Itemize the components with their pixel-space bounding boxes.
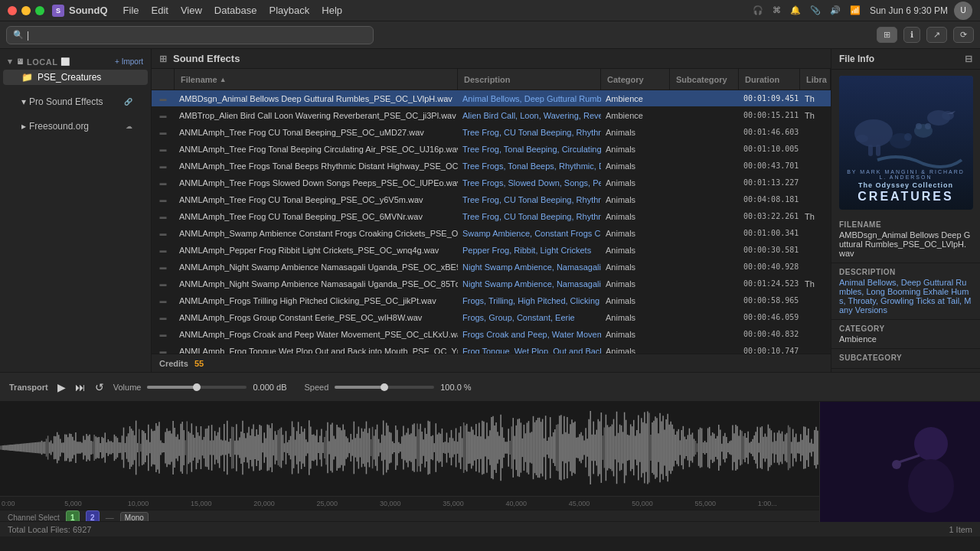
menu-view[interactable]: View: [181, 5, 202, 16]
search-input[interactable]: [27, 30, 367, 41]
album-subtitle-small: BY MARK MANGINI & RICHARD L. ANDERSON: [845, 169, 967, 180]
volume-label: Volume: [113, 383, 142, 392]
volume-thumb[interactable]: [193, 383, 201, 391]
import-button[interactable]: + Import: [115, 57, 143, 66]
table-row[interactable]: ▬ ANMLAmph_Frog Tongue Wet Plop Out and …: [152, 343, 831, 354]
table-row[interactable]: ▬ ANMLAmph_Tree Frog CU Tonal Beeping_PS…: [152, 191, 831, 208]
cell-category: Animals: [601, 343, 670, 354]
col-category-header[interactable]: Category: [601, 69, 670, 90]
sort-arrow: ▲: [220, 76, 227, 83]
cell-category: Animals: [601, 292, 670, 308]
row-icon: ▬: [152, 297, 175, 305]
table-row[interactable]: ▬ ANMLAmph_Frogs Croak and Peep Water Mo…: [152, 326, 831, 343]
next-button[interactable]: ⏭: [75, 381, 86, 393]
row-icon: ▬: [152, 179, 175, 187]
sync-button[interactable]: ⟳: [953, 27, 974, 43]
traffic-lights: [8, 6, 44, 15]
table-row[interactable]: ▬ ANMLAmph_Swamp Ambience Constant Frogs…: [152, 225, 831, 242]
file-info-title: File Info: [839, 54, 874, 64]
cell-filename: ANMLAmph_Frogs Trilling High Pitched Cli…: [175, 292, 458, 308]
table-row[interactable]: ▬ ANMLAmph_Tree Frogs Tonal Beeps Rhythm…: [152, 158, 831, 174]
cell-description: Night Swamp Ambience, Namasagali Uganda,…: [458, 259, 601, 275]
waveform-area: 0:005,00010,00015,00020,00025,00030,0003…: [0, 401, 980, 521]
maximize-button[interactable]: [35, 6, 44, 15]
waveform-canvas[interactable]: [0, 402, 819, 494]
cell-subcategory: [670, 141, 739, 157]
cell-filename: ANMLAmph_Pepper Frog Ribbit Light Cricke…: [175, 242, 458, 258]
channel-1-button[interactable]: 1: [66, 510, 80, 521]
cell-filename: AMBTrop_Alien Bird Call Loon Wavering Re…: [175, 107, 458, 123]
transport-label: Transport: [9, 383, 48, 392]
sidebar-item-freesound[interactable]: ▸ Freesound.org ☁: [3, 119, 148, 134]
menu-help[interactable]: Help: [322, 5, 342, 16]
loop-button[interactable]: ↺: [95, 381, 104, 393]
menu-file[interactable]: File: [123, 5, 139, 16]
minimize-button[interactable]: [21, 6, 31, 15]
menu-database[interactable]: Database: [214, 5, 257, 16]
local-header[interactable]: ▾ 🖥 Local ⬜ + Import: [0, 54, 151, 70]
speed-slider[interactable]: [335, 386, 434, 389]
cell-filename: ANMLAmph_Tree Frogs Tonal Beeps Rhythmic…: [175, 158, 458, 174]
time-marker: 40,000: [505, 500, 567, 507]
speed-thumb[interactable]: [381, 383, 388, 391]
channel-2-button[interactable]: 2: [86, 510, 100, 521]
channel-select-label: Channel Select: [8, 514, 60, 522]
table-row[interactable]: ▬ ANMLAmph_Tree Frog CU Tonal Beeping_PS…: [152, 208, 831, 225]
time-marker: 15,000: [189, 500, 252, 507]
import-button[interactable]: ↗: [926, 27, 947, 43]
cell-lib: [800, 191, 831, 207]
cell-category: Animals: [601, 225, 670, 241]
col-duration-header[interactable]: Duration: [739, 69, 800, 90]
table-row[interactable]: ▬ ANMLAmph_Pepper Frog Ribbit Light Cric…: [152, 242, 831, 259]
cell-description: Frogs, Trilling, High Pitched, Clicking: [458, 292, 601, 308]
cell-description: Tree Frogs, Slowed Down, Songs, Peeps: [458, 174, 601, 191]
cell-filename: AMBDsgn_Animal Bellows Deep Guttural Rum…: [175, 90, 458, 106]
svg-point-17: [892, 460, 901, 469]
table-row[interactable]: ▬ ANMLAmph_Night Swamp Ambience Namasaga…: [152, 259, 831, 276]
cell-lib: [800, 141, 831, 157]
volume-slider[interactable]: [147, 386, 247, 389]
table-row[interactable]: ▬ ANMLAmph_Frogs Trilling High Pitched C…: [152, 292, 831, 309]
toolbar-right: ⊞ ℹ ↗ ⟳: [877, 27, 974, 43]
sound-effects-label: Sound Effects: [173, 53, 240, 64]
user-avatar[interactable]: U: [954, 2, 972, 20]
grid-view-button[interactable]: ⊞: [877, 27, 897, 43]
cell-duration: 00:01:46.603: [739, 124, 800, 140]
col-subcategory-header[interactable]: Subcategory: [670, 69, 739, 90]
filename-label: Filename: [839, 220, 972, 229]
table-row[interactable]: ▬ ANMLAmph_Tree Frog CU Tonal Beeping_PS…: [152, 124, 831, 141]
table-row[interactable]: ▬ ANMLAmph_Night Swamp Ambience Namasaga…: [152, 276, 831, 292]
sidebar-item-pse-creatures[interactable]: 📁 PSE_Creatures: [3, 70, 148, 85]
menu-edit[interactable]: Edit: [152, 5, 168, 16]
row-icon: ▬: [152, 162, 175, 170]
play-button[interactable]: ▶: [57, 381, 66, 393]
table-row[interactable]: ▬ ANMLAmph_Tree Frog Tonal Beeping Circu…: [152, 141, 831, 158]
file-list-body[interactable]: ▬ AMBDsgn_Animal Bellows Deep Guttural R…: [152, 90, 831, 354]
table-row[interactable]: ▬ ANMLAmph_Tree Frogs Slowed Down Songs …: [152, 174, 831, 191]
close-button[interactable]: [8, 6, 17, 15]
row-icon: ▬: [152, 230, 175, 237]
col-description-header[interactable]: Description: [458, 69, 601, 90]
time-marker: 10,000: [126, 500, 189, 507]
row-icon: ▬: [152, 280, 175, 288]
sidebar-item-pro-sound[interactable]: ▾ Pro Sound Effects 🔗: [3, 94, 148, 109]
cell-description: Pepper Frog, Ribbit, Light Crickets: [458, 242, 601, 258]
info-view-button[interactable]: ℹ: [903, 27, 920, 43]
cell-description: Frog Tongue, Wet Plop, Out and Back into…: [458, 343, 601, 354]
table-row[interactable]: ▬ AMBTrop_Alien Bird Call Loon Wavering …: [152, 107, 831, 124]
waveform-main[interactable]: 0:005,00010,00015,00020,00025,00030,0003…: [0, 402, 819, 521]
volume-fill: [147, 386, 197, 389]
search-wrapper[interactable]: 🔍: [6, 26, 374, 44]
cell-subcategory: [670, 191, 739, 207]
cell-subcategory: [670, 259, 739, 275]
mono-button[interactable]: Mono: [120, 512, 149, 522]
col-filename-header[interactable]: Filename ▲: [175, 69, 458, 90]
waveform-time-ruler: 0:005,00010,00015,00020,00025,00030,0003…: [0, 496, 819, 510]
cell-filename: ANMLAmph_Tree Frog CU Tonal Beeping_PSE_…: [175, 124, 458, 140]
table-row[interactable]: ▬ AMBDsgn_Animal Bellows Deep Guttural R…: [152, 90, 831, 107]
duration-section: Duration 00:01:09.451: [831, 369, 980, 372]
col-lib-header[interactable]: Libra: [800, 69, 831, 90]
menu-playback[interactable]: Playback: [270, 5, 310, 16]
file-list-area: ⊞ Sound Effects Filename ▲ Description C…: [152, 49, 831, 372]
table-row[interactable]: ▬ ANMLAmph_Frogs Group Constant Eerie_PS…: [152, 309, 831, 326]
